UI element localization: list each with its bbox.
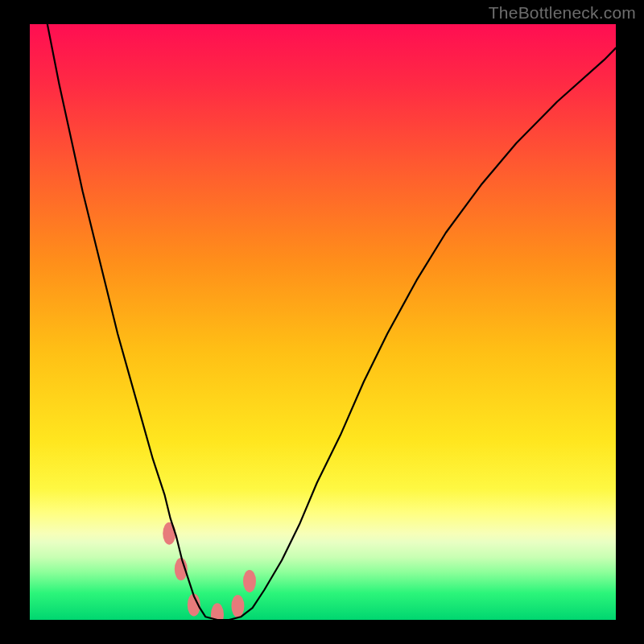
highlight-marker (243, 570, 256, 592)
gradient-background (30, 24, 616, 620)
highlight-marker (231, 595, 244, 617)
highlight-marker (163, 522, 175, 545)
plot-area (30, 24, 616, 620)
watermark-text: TheBottleneck.com (489, 3, 636, 23)
svg-rect-0 (30, 24, 616, 620)
